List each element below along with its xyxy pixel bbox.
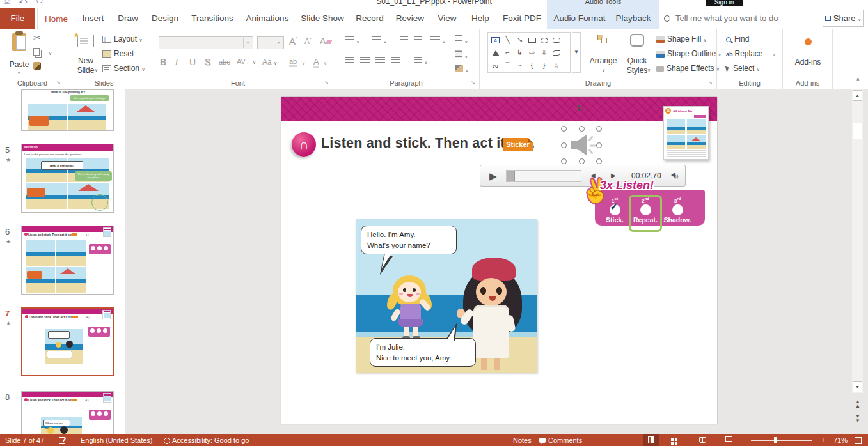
- highlight-dropdown[interactable]: ∨: [302, 61, 305, 66]
- scroll-down-button[interactable]: ▼: [853, 381, 862, 392]
- select-button[interactable]: Select ∨: [726, 64, 760, 73]
- line-spacing-button[interactable]: ∨: [430, 36, 445, 45]
- copy-button[interactable]: [33, 48, 40, 58]
- tab-insert[interactable]: Insert: [75, 8, 111, 29]
- shape-brace-left-icon[interactable]: {: [526, 59, 538, 72]
- tab-record[interactable]: Record: [350, 8, 390, 29]
- resize-handle-s[interactable]: [579, 158, 585, 164]
- underline-button[interactable]: U: [189, 57, 196, 67]
- text-direction-button[interactable]: ∨: [455, 35, 468, 45]
- tab-playback[interactable]: Playback: [609, 8, 658, 29]
- justify-button[interactable]: [391, 57, 400, 66]
- find-button[interactable]: Find: [726, 35, 749, 43]
- shape-triangle-icon[interactable]: [489, 47, 501, 59]
- resize-handle-w[interactable]: [561, 142, 567, 148]
- text-shadow-button[interactable]: S: [205, 57, 210, 67]
- tab-transitions[interactable]: Transitions: [185, 8, 240, 29]
- thumbnail-slide-4[interactable]: What is she pointing at? She is pointing…: [21, 89, 114, 131]
- normal-view-button[interactable]: [643, 434, 659, 446]
- shape-down-arrow-icon[interactable]: ⇩: [538, 47, 550, 59]
- zoom-in-button[interactable]: +: [821, 434, 826, 446]
- scrollbar-thumb[interactable]: [853, 123, 862, 139]
- align-left-button[interactable]: [345, 57, 354, 66]
- speech-bubble-julie[interactable]: I'm Julie. Nice to meet you, Amy.: [370, 338, 476, 367]
- layout-button[interactable]: Layout ∨: [102, 35, 143, 43]
- resize-handle-se[interactable]: [596, 158, 602, 164]
- reading-view-button[interactable]: [694, 434, 711, 446]
- increase-indent-button[interactable]: [414, 36, 422, 45]
- thumbnail-slide-5[interactable]: Warm Up Look at the pictures and answer …: [21, 144, 114, 213]
- tab-animations[interactable]: Animations: [240, 8, 295, 29]
- align-right-button[interactable]: [375, 57, 385, 66]
- clipboard-dialog-launcher[interactable]: ↘: [56, 80, 63, 86]
- move-forward-button[interactable]: ▶: [611, 172, 616, 179]
- slide-banner[interactable]: [281, 97, 717, 121]
- shape-elbow-arrow-icon[interactable]: ↳: [514, 47, 526, 59]
- paragraph-dialog-launcher[interactable]: ↘: [471, 80, 477, 86]
- shape-scribble-icon[interactable]: ᔓ: [489, 59, 501, 72]
- grow-font-button[interactable]: Aˆ: [289, 36, 297, 47]
- comments-button[interactable]: Comments: [539, 434, 582, 446]
- zoom-slider-track[interactable]: [751, 440, 812, 441]
- shrink-font-button[interactable]: Aˇ: [304, 37, 312, 46]
- copy-dropdown[interactable]: ∨: [49, 51, 52, 56]
- font-color-dropdown[interactable]: ∨: [324, 61, 327, 66]
- clear-formatting-button[interactable]: A: [320, 36, 331, 46]
- mute-volume-button[interactable]: )): [671, 172, 678, 179]
- shape-line-icon[interactable]: ╲: [501, 34, 514, 46]
- player-progress-track[interactable]: [506, 170, 581, 182]
- strikethrough-button[interactable]: abc: [219, 58, 230, 66]
- resize-handle-nw[interactable]: [561, 126, 567, 132]
- shape-brace-right-icon[interactable]: }: [538, 59, 550, 72]
- shapes-gallery[interactable]: A╲↘⌐↳⇨⇩ᔓ⌒~{}☆: [487, 32, 571, 73]
- zoom-out-button[interactable]: −: [741, 434, 746, 446]
- columns-button[interactable]: ∨: [414, 57, 427, 66]
- slide-indicator[interactable]: Slide 7 of 47: [5, 434, 44, 446]
- previous-slide-button[interactable]: ▲▲: [854, 399, 862, 408]
- headphone-icon[interactable]: ∩: [292, 132, 316, 157]
- thumbnail-slide-7-selected[interactable]: Listen and stick. Then act it out. ◄): [21, 307, 114, 376]
- change-case-button[interactable]: Aa ∨: [262, 58, 277, 66]
- decrease-indent-button[interactable]: [400, 36, 408, 45]
- zoom-percentage[interactable]: 71%: [833, 434, 848, 446]
- accessibility-button[interactable]: Accessibility: Good to go: [164, 434, 249, 446]
- collapse-ribbon-button[interactable]: ∧: [856, 76, 860, 82]
- font-dialog-launcher[interactable]: ↘: [324, 80, 331, 86]
- bold-button[interactable]: B: [160, 57, 166, 67]
- resize-handle-ne[interactable]: [596, 126, 602, 132]
- tell-me-box[interactable]: Tell me what you want to do: [664, 8, 778, 29]
- notes-button[interactable]: Notes: [504, 434, 532, 446]
- shape-oval-icon[interactable]: [538, 34, 550, 46]
- slide-show-button[interactable]: [720, 434, 737, 446]
- bullets-button[interactable]: ∨: [345, 36, 359, 45]
- workbook-page-image[interactable]: 01 All About Me: [663, 106, 709, 160]
- audio-object-selected[interactable]: ↻: [564, 129, 599, 161]
- align-text-button[interactable]: ∨: [455, 50, 468, 60]
- shape-effects-button[interactable]: Shape Effects ∨: [656, 64, 720, 73]
- tab-view[interactable]: View: [430, 8, 464, 29]
- shape-fill-button[interactable]: Shape Fill ∨: [656, 35, 707, 43]
- font-color-button[interactable]: A: [313, 57, 319, 68]
- resize-handle-sw[interactable]: [561, 158, 567, 164]
- sticker-badge[interactable]: Sticker: [503, 138, 533, 151]
- drawing-dialog-launcher[interactable]: ↘: [708, 80, 714, 86]
- beach-illustration[interactable]: Hello. I'm Amy. What's your name? I'm Ju…: [356, 219, 537, 373]
- format-painter-button[interactable]: [33, 62, 41, 72]
- scroll-up-button[interactable]: ▲: [853, 90, 862, 101]
- shape-arrow-icon[interactable]: ↘: [514, 34, 526, 46]
- speech-bubble-amy[interactable]: Hello. I'm Amy. What's your name?: [361, 226, 457, 254]
- text-box-icon[interactable]: A: [489, 34, 501, 46]
- thumbnail-slide-6[interactable]: Listen and stick. Then act it out. ◄): [21, 226, 114, 295]
- fit-slide-button[interactable]: [855, 434, 862, 446]
- italic-button[interactable]: I: [175, 57, 178, 68]
- slide-sorter-view-button[interactable]: [667, 434, 683, 446]
- thumbnail-slide-8[interactable]: Listen and stick. Then act it out. ◄) Wh…: [21, 391, 114, 434]
- shape-elbow-icon[interactable]: ⌐: [501, 47, 514, 59]
- zoom-slider-thumb[interactable]: [774, 437, 777, 443]
- player-progress-thumb[interactable]: [507, 171, 515, 181]
- tab-audio-format[interactable]: Audio Format: [550, 8, 609, 29]
- share-button[interactable]: Share ∨: [823, 10, 864, 27]
- tab-review[interactable]: Review: [390, 8, 430, 29]
- shapes-gallery-more[interactable]: ▼: [572, 32, 581, 73]
- spell-check-button[interactable]: [59, 434, 67, 446]
